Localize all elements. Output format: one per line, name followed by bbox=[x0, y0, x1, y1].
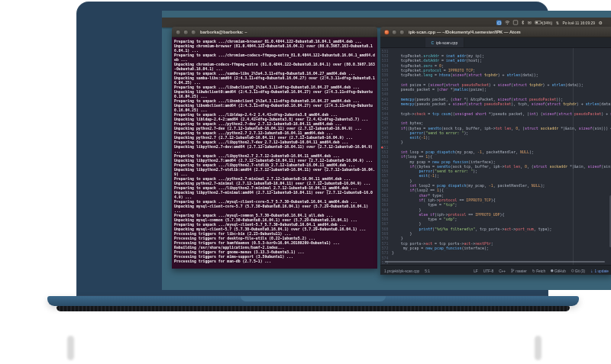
tab-bar: C ipk-scan.cpp bbox=[380, 37, 611, 48]
status-bar: 1.projekt/ipk-scan.cpp 5:1 LF UTF-8 C++ … bbox=[380, 265, 611, 275]
laptop-foot-shadow bbox=[535, 336, 541, 360]
git-icon bbox=[571, 269, 574, 272]
tab-label: ipk-scan.cpp bbox=[436, 40, 457, 45]
git-branch[interactable]: master bbox=[511, 269, 527, 273]
terminal-output: Preparing to unpack .../chromium-browser… bbox=[172, 37, 377, 269]
battery-icon bbox=[535, 21, 541, 24]
line-ending[interactable]: LF bbox=[474, 269, 478, 273]
minimize-button[interactable] bbox=[392, 30, 397, 35]
network-arrows-icon[interactable]: ⇅ bbox=[556, 21, 559, 25]
laptop-bezel: ✉ (34%) ⇅ Po kvě 11 16:09:29 ⚙ bbox=[76, 2, 548, 296]
cursor-position[interactable]: 5:1 bbox=[425, 269, 430, 273]
grammar[interactable]: C++ bbox=[499, 269, 506, 273]
editor-titlebar[interactable]: ipk-scan.cpp — ~/Dokumenty/4.semester/IP… bbox=[380, 27, 611, 37]
bluetooth-icon[interactable] bbox=[521, 21, 524, 25]
editor-title: ipk-scan.cpp — ~/Dokumenty/4.semester/IP… bbox=[409, 30, 521, 34]
terminal-titlebar[interactable]: barborka@barborka: ~ bbox=[172, 27, 377, 37]
branch-icon bbox=[511, 269, 515, 273]
desktop: ✉ (34%) ⇅ Po kvě 11 16:09:29 ⚙ bbox=[162, 11, 611, 290]
updates-button[interactable]: ⇣1 update bbox=[590, 269, 609, 273]
laptop-base bbox=[47, 296, 579, 306]
laptop-mockup: ✉ (34%) ⇅ Po kvě 11 16:09:29 ⚙ bbox=[0, 0, 611, 364]
terminal-line: Unpacking libsmbclient:amd64 (2:4.3.11+d… bbox=[174, 103, 375, 112]
file-path[interactable]: 1.projekt/ipk-scan.cpp bbox=[384, 269, 419, 273]
minimize-button[interactable] bbox=[183, 30, 189, 35]
terminal-line: Processing triggers for man-db (2.7.5-1)… bbox=[174, 259, 375, 263]
maximize-button[interactable] bbox=[191, 30, 196, 35]
update-icon: ⇣ bbox=[590, 269, 593, 273]
terminal-body[interactable]: Preparing to unpack .../chromium-browser… bbox=[172, 37, 377, 269]
close-button[interactable] bbox=[176, 30, 181, 35]
close-button[interactable] bbox=[384, 30, 390, 35]
code-editor[interactable]: 531532 tcpPacket.srcAddr = inet_addr(my_… bbox=[380, 48, 611, 265]
battery-percent: (34%) bbox=[542, 21, 552, 25]
code-lines: 531532 tcpPacket.srcAddr = inet_addr(my_… bbox=[380, 48, 611, 265]
terminal-line: Unpacking libpython2.7-stdlib:amd64 (2.7… bbox=[174, 167, 375, 176]
terminal-line: Unpacking chromium-browser (81.0.4044.12… bbox=[174, 43, 375, 53]
git-button[interactable]: Git (3) bbox=[571, 269, 585, 273]
terminal-line: Unpacking libwbclient0:amd64 (2:4.3.11+d… bbox=[174, 89, 375, 98]
encoding[interactable]: UTF-8 bbox=[483, 269, 493, 273]
terminal-line: Unpacking libpython2.7-minimal:amd64 (2.… bbox=[174, 190, 375, 199]
fetch-button[interactable]: ↻Fetch bbox=[532, 269, 545, 273]
editor-window: ipk-scan.cpp — ~/Dokumenty/4.semester/IP… bbox=[380, 27, 611, 275]
cpp-file-icon: C bbox=[432, 40, 435, 45]
laptop-foot-shadow bbox=[67, 336, 74, 360]
terminal-line: Unpacking samba-libs:amd64 (2:4.3.11+dfs… bbox=[174, 76, 375, 85]
mail-icon[interactable]: ✉ bbox=[528, 21, 532, 25]
terminal-window: barborka@barborka: ~ Preparing to unpack… bbox=[172, 27, 377, 269]
terminal-line: Unpacking libpython2.7-dev:amd64 (2.7.12… bbox=[174, 144, 375, 153]
terminal-title: barborka@barborka: ~ bbox=[200, 30, 247, 34]
terminal-line: Unpacking mysql-client-core-5.7 (5.7.30-… bbox=[174, 204, 375, 213]
battery-indicator[interactable]: (34%) bbox=[535, 21, 552, 25]
keyboard-layout-icon[interactable] bbox=[513, 21, 518, 25]
laptop-grip-notch bbox=[241, 296, 386, 301]
terminal-line: Unpacking chromium-codecs-ffmpeg-extra (… bbox=[174, 62, 375, 71]
github-button[interactable]: GitHub bbox=[551, 269, 566, 273]
tab-ipk-scan-cpp[interactable]: C ipk-scan.cpp bbox=[425, 37, 464, 48]
laptop-rubber-strip bbox=[57, 306, 570, 311]
wifi-icon[interactable] bbox=[505, 21, 510, 24]
github-icon bbox=[551, 269, 554, 272]
input-method-icon[interactable] bbox=[496, 20, 502, 25]
terminal-line: Preparing to unpack .../chromium-codecs-… bbox=[174, 53, 375, 62]
clock-indicator[interactable]: Po kvě 11 16:09:29 bbox=[562, 21, 595, 25]
fetch-icon: ↻ bbox=[532, 269, 535, 273]
maximize-button[interactable] bbox=[399, 30, 405, 35]
horizontal-scrollbar[interactable] bbox=[385, 261, 605, 263]
session-gear-icon[interactable]: ⚙ bbox=[599, 21, 603, 25]
